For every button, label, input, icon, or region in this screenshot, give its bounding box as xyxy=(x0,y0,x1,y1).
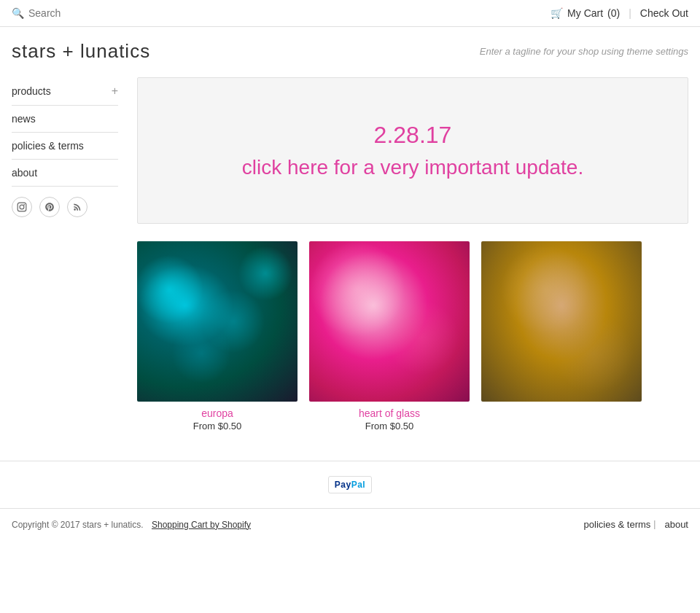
product-image-heartofglass xyxy=(309,241,470,402)
search-area: 🔍 xyxy=(12,7,551,19)
product-price-europa: From $0.50 xyxy=(137,421,298,432)
banner-date: 2.28.17 xyxy=(152,122,673,149)
sidebar-item-policies-label: policies & terms xyxy=(12,140,84,152)
product-card-europa[interactable]: europa From $0.50 xyxy=(137,241,298,432)
cart-link[interactable]: 🛒 My Cart (0) xyxy=(551,7,620,19)
pinterest-icon[interactable] xyxy=(39,197,60,217)
rss-icon[interactable] xyxy=(67,197,88,217)
banner[interactable]: 2.28.17 click here for a very important … xyxy=(137,77,688,224)
product-name-heartofglass: heart of glass xyxy=(309,407,470,419)
sidebar-item-policies[interactable]: policies & terms xyxy=(12,133,118,160)
paypal-badge: PayPal xyxy=(328,476,372,493)
product-price-heartofglass: From $0.50 xyxy=(309,421,470,432)
sidebar-expand-products-icon: + xyxy=(112,85,118,98)
social-icons xyxy=(12,187,118,217)
main-layout: products + news policies & terms about xyxy=(0,70,700,446)
cart-count: (0) xyxy=(607,7,620,19)
product-card-heartofglass[interactable]: heart of glass From $0.50 xyxy=(309,241,470,432)
brand-tagline: Enter a tagline for your shop using them… xyxy=(480,46,688,57)
sidebar-item-about-label: about xyxy=(12,167,37,179)
products-grid: europa From $0.50 heart of glass From $0… xyxy=(137,241,688,432)
product-price-value-europa: $0.50 xyxy=(218,421,242,432)
copyright-area: Copyright © 2017 stars + lunatics. Shopp… xyxy=(12,520,251,530)
footer-policies-link[interactable]: policies & terms xyxy=(584,519,651,530)
banner-text: click here for a very important update. xyxy=(152,156,673,179)
brand-row: stars + lunatics Enter a tagline for you… xyxy=(0,27,700,70)
sidebar-item-products-label: products xyxy=(12,85,51,97)
footer: PayPal xyxy=(0,461,700,508)
svg-point-1 xyxy=(20,205,24,209)
cart-icon: 🛒 xyxy=(551,7,563,19)
svg-rect-0 xyxy=(18,203,26,211)
footer-links-separator: | xyxy=(653,519,656,530)
product-card-sandy[interactable] xyxy=(481,241,642,432)
sidebar-item-products[interactable]: products + xyxy=(12,77,118,106)
sidebar-item-about[interactable]: about xyxy=(12,160,118,187)
product-price-prefix-heartofglass: From xyxy=(365,421,387,432)
search-input[interactable] xyxy=(28,7,156,19)
sidebar: products + news policies & terms about xyxy=(0,70,130,224)
sidebar-item-news-label: news xyxy=(12,113,36,125)
svg-point-2 xyxy=(23,204,25,206)
header-divider: | xyxy=(629,7,631,19)
checkout-link[interactable]: Check Out xyxy=(640,7,688,19)
product-price-value-heartofglass: $0.50 xyxy=(390,421,414,432)
bottom-footer: Copyright © 2017 stars + lunatics. Shopp… xyxy=(0,508,700,540)
search-icon: 🔍 xyxy=(12,7,24,19)
header: 🔍 🛒 My Cart (0) | Check Out xyxy=(0,0,700,27)
content-area: 2.28.17 click here for a very important … xyxy=(130,70,700,432)
shopify-link[interactable]: Shopping Cart by Shopify xyxy=(152,520,251,530)
brand-title: stars + lunatics xyxy=(12,40,150,63)
product-image-europa xyxy=(137,241,298,402)
product-price-prefix-europa: From xyxy=(193,421,215,432)
instagram-icon[interactable] xyxy=(12,197,32,217)
footer-about-link[interactable]: about xyxy=(664,519,688,530)
cart-label: My Cart xyxy=(567,7,603,19)
paypal-text: PayPal xyxy=(335,480,365,490)
product-image-sandy xyxy=(481,241,642,402)
product-name-europa: europa xyxy=(137,407,298,419)
footer-links: policies & terms | about xyxy=(578,519,688,530)
sidebar-item-news[interactable]: news xyxy=(12,106,118,133)
copyright-text: Copyright © 2017 stars + lunatics. xyxy=(12,520,144,530)
